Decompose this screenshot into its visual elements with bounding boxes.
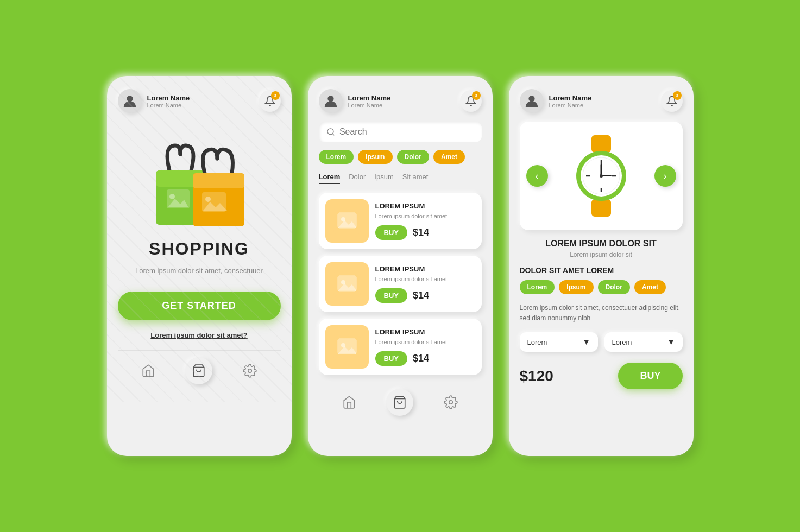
tag-lorem-2[interactable]: Lorem [319,150,354,164]
nav-bag-1[interactable] [185,357,212,384]
notification-badge-2: 3 [472,91,481,100]
filter-tags-3: Lorem Ipsum Dolor Amet [520,280,683,294]
product-desc-2: Lorem ipsum dolor sit amet [375,275,475,283]
chevron-down-icon-1: ▼ [583,338,590,346]
chevron-down-icon-2: ▼ [667,338,675,346]
svg-point-37 [600,174,603,178]
tab-sit-amet[interactable]: Sit amet [402,173,429,184]
header-2: Lorem Name Lorem Name 3 [319,89,482,113]
product-desc-1: Lorem ipsum dolor sit amet [375,212,475,220]
svg-point-0 [127,96,133,102]
get-started-button[interactable]: GET STARTED [118,292,281,320]
svg-point-24 [449,401,453,404]
watch-illustration [563,132,639,219]
user-name-1: Lorem Name [147,94,190,102]
svg-point-10 [248,369,252,372]
product-desc-3: Lorem ipsum dolor sit amet [375,338,475,346]
product-price-3: $14 [413,353,429,364]
shopping-subtitle: Lorem ipsum dolor sit amet, consectuuer [118,265,281,276]
orange-bag-icon [183,143,254,230]
filter-tags-2: Lorem Ipsum Dolor Amet [319,150,482,164]
search-bar[interactable] [319,122,482,142]
nav-settings-2[interactable] [437,389,464,416]
product-card-2: LOREM IPSUM Lorem ipsum dolor sit amet B… [319,256,482,312]
search-input[interactable] [339,127,474,137]
section-label: DOLOR SIT AMET LOREM [520,266,683,275]
product-description: Lorem ipsum dolor sit amet, consectuuer … [520,303,683,324]
product-thumb-2 [325,262,369,306]
selects-row: Lorem ▼ Lorem ▼ [520,332,683,352]
next-arrow[interactable]: › [654,165,676,187]
prev-arrow[interactable]: ‹ [526,165,548,187]
product-title-3: LOREM IPSUM [375,328,475,336]
buy-button-3[interactable]: BUY [375,351,407,366]
product-image-icon-1 [333,207,361,235]
user-subname-2: Lorem Name [348,102,391,109]
nav-settings-1[interactable] [236,357,263,384]
screen-3: Lorem Name Lorem Name 3 ‹ [509,76,694,456]
tag-dolor-2[interactable]: Dolor [397,150,429,164]
big-buy-button[interactable]: BUY [618,363,682,389]
detail-product-title: LOREM IPSUM DOLOR SIT [520,239,683,249]
svg-point-4 [169,194,175,199]
search-icon [326,127,335,137]
screens-container: Lorem Name Lorem Name 3 [85,54,715,478]
category-tabs: Lorem Dolor Ipsum Sit amet [319,173,482,184]
tag-amet-3[interactable]: Amet [634,280,666,294]
tag-dolor-3[interactable]: Dolor [598,280,630,294]
svg-point-25 [528,96,534,102]
notification-badge-3: 3 [673,91,682,100]
product-price-1: $14 [413,227,429,238]
nav-store-2[interactable] [336,389,363,416]
header-1: Lorem Name Lorem Name 3 [118,89,281,113]
svg-rect-26 [591,135,611,153]
select-2[interactable]: Lorem ▼ [604,332,683,352]
product-detail-image: ‹ [520,122,683,230]
tag-lorem-3[interactable]: Lorem [520,280,555,294]
watch-icon [563,132,639,219]
product-card-1: LOREM IPSUM Lorem ipsum dolor sit amet B… [319,193,482,249]
bottom-nav-2 [319,382,482,418]
svg-point-11 [327,96,333,102]
login-link[interactable]: Lorem ipsum dolor sit amet? [118,331,281,339]
user-subname-3: Lorem Name [549,102,592,109]
bell-button-2[interactable]: 3 [460,90,482,112]
user-name-3: Lorem Name [549,94,592,102]
tag-amet-2[interactable]: Amet [433,150,465,164]
product-image-icon-3 [333,333,361,360]
product-thumb-3 [325,325,369,369]
tag-ipsum-3[interactable]: Ipsum [559,280,593,294]
nav-bag-2[interactable] [386,389,413,416]
tab-dolor[interactable]: Dolor [349,173,366,184]
svg-rect-27 [591,199,611,217]
avatar-3 [520,89,544,113]
hero-illustration [118,122,281,230]
tab-ipsum[interactable]: Ipsum [374,173,393,184]
avatar-2 [319,89,343,113]
product-card-3: LOREM IPSUM Lorem ipsum dolor sit amet B… [319,319,482,375]
nav-store-1[interactable] [135,357,162,384]
user-subname-1: Lorem Name [147,102,190,109]
buy-button-2[interactable]: BUY [375,288,407,303]
bell-button-1[interactable]: 3 [259,90,281,112]
svg-line-13 [332,134,334,135]
product-price-2: $14 [413,290,429,301]
screen-1: Lorem Name Lorem Name 3 [107,76,292,456]
user-name-2: Lorem Name [348,94,391,102]
detail-product-subtitle: Lorem ipsum dolor sit [520,251,683,258]
bottom-buy-row: $120 BUY [520,363,683,389]
select-1[interactable]: Lorem ▼ [520,332,598,352]
svg-point-12 [327,129,333,135]
product-title-1: LOREM IPSUM [375,202,475,210]
tag-ipsum-2[interactable]: Ipsum [358,150,392,164]
product-thumb-1 [325,199,369,243]
tab-lorem[interactable]: Lorem [319,173,341,184]
avatar-1 [118,89,142,113]
svg-rect-6 [193,173,244,188]
bottom-nav-1 [118,350,281,387]
header-3: Lorem Name Lorem Name 3 [520,89,683,113]
bell-button-3[interactable]: 3 [661,90,683,112]
buy-button-1[interactable]: BUY [375,225,407,240]
shopping-title: SHOPPING [118,239,281,259]
big-price: $120 [520,368,553,385]
